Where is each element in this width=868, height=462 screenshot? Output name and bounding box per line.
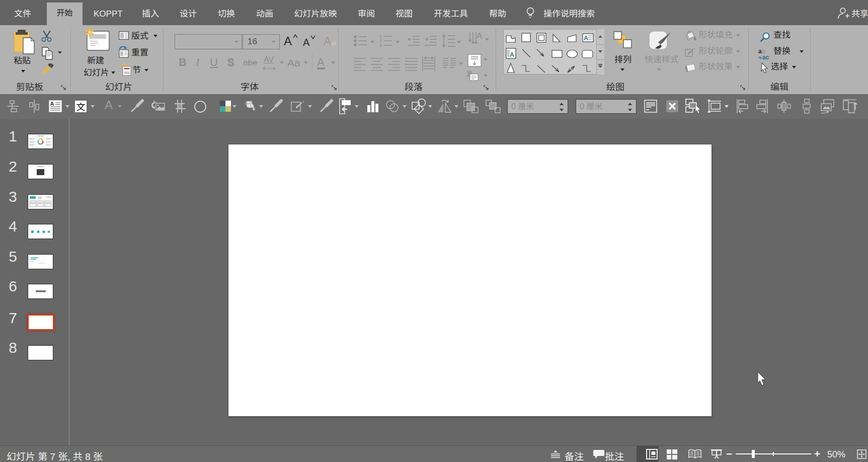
svg-text:ac: ac: [762, 54, 769, 61]
svg-text:3: 3: [379, 43, 382, 48]
svg-text:A: A: [584, 35, 588, 42]
svg-text:A: A: [477, 32, 483, 41]
svg-text:A: A: [50, 101, 54, 107]
svg-text:a: a: [758, 48, 762, 55]
svg-text:A: A: [510, 51, 514, 58]
